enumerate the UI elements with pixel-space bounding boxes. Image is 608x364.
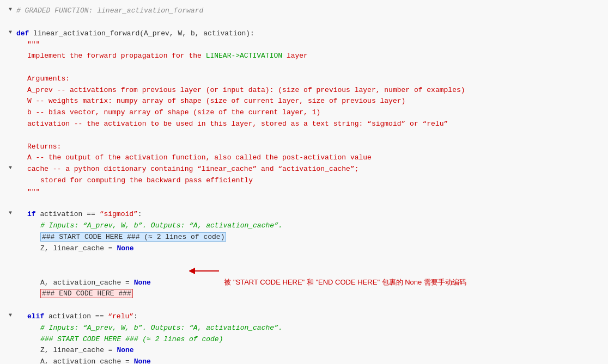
line-empty-2 [0, 62, 608, 73]
line-empty-4 [0, 198, 608, 209]
none-keyword-2: None [134, 279, 151, 287]
line-z-linear-relu: Z, linear_cache = None [0, 345, 608, 356]
line-docstring-open: """ [0, 39, 608, 51]
fold-arrow: ▼ [9, 28, 12, 37]
line-cache-return: ▼ cache -- a python dictionary containin… [0, 164, 608, 175]
start-code-box: ### START CODE HERE ### (≈ 2 lines of co… [40, 232, 226, 242]
line-b: b -- bias vector, numpy array of shape (… [0, 107, 608, 119]
line-stored: stored for computing the backward pass e… [0, 175, 608, 187]
line-start-code: ### START CODE HERE ### (≈ 2 lines of co… [0, 232, 608, 243]
comment: # GRADED FUNCTION: linear_activation_for… [16, 7, 203, 15]
line-if-sigmoid: ▼ if activation == “sigmoid”: [0, 209, 608, 220]
line-a-activation-relu: A, activation_cache = None [0, 356, 608, 364]
line-w: W -- weights matrix: numpy array of shap… [0, 96, 608, 107]
line-implement: Implement the forward propagation for th… [0, 51, 608, 62]
line-def: ▼ def linear_activation_forward(A_prev, … [0, 28, 608, 40]
line-returns-header: Returns: [0, 141, 608, 153]
line-start-code-relu: ### START CODE HERE ### (≈ 2 lines of co… [0, 334, 608, 346]
line-args-header: Arguments: [0, 73, 608, 85]
line-empty-3 [0, 130, 608, 141]
end-code-box: ### END CODE HERE ### [40, 289, 133, 298]
line-1: ▼ # GRADED FUNCTION: linear_activation_f… [0, 5, 608, 17]
line-z-linear: Z, linear_cache = None [0, 243, 608, 255]
line-activation-doc: activation -- the activation to be used … [0, 119, 608, 130]
line-empty-1 [0, 17, 608, 28]
red-arrow-icon [189, 266, 222, 276]
gutter-1: ▼ [4, 5, 14, 14]
line-docstring-close: """ [0, 187, 608, 198]
line-a-activation: A, activation_cache = None 被 "START CODE… [0, 255, 608, 289]
line-end-code: ### END CODE HERE ### [0, 288, 608, 300]
none-keyword-4: None [134, 357, 151, 364]
line-aprev: A_prev -- activations from previous laye… [0, 85, 608, 96]
line-inputs-comment: # Inputs: “A_prev, W, b”. Outputs: “A, a… [0, 220, 608, 232]
line-content-1: # GRADED FUNCTION: linear_activation_for… [14, 5, 604, 17]
none-keyword-3: None [117, 346, 133, 354]
line-elif-relu: ▼ elif activation == “relu”: [0, 311, 608, 323]
code-editor: ▼ # GRADED FUNCTION: linear_activation_f… [0, 0, 608, 364]
line-empty-5 [0, 300, 608, 311]
keyword-def: def [16, 29, 33, 38]
annotation-text: 被 "START CODE HERE" 和 "END CODE HERE" 包裹… [224, 278, 466, 286]
none-keyword-1: None [117, 244, 133, 252]
line-inputs-comment-relu: # Inputs: “A_prev, W, b”. Outputs: “A, a… [0, 323, 608, 334]
func-name: linear_activation_forward [33, 29, 139, 38]
line-a-return: A -- the output of the activation functi… [0, 152, 608, 164]
